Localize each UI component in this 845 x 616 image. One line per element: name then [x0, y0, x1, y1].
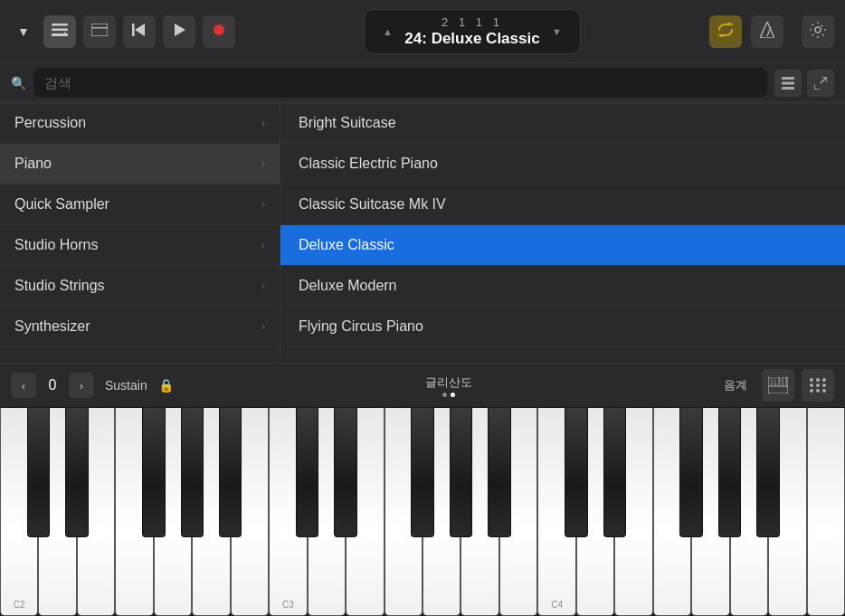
- black-key-17[interactable]: [679, 408, 702, 537]
- category-item-studio-strings[interactable]: Studio Strings›: [0, 266, 280, 307]
- expand-btn[interactable]: [807, 70, 834, 97]
- chevron-right-icon: ›: [261, 198, 265, 211]
- search-input[interactable]: [33, 68, 767, 98]
- octave-right-btn[interactable]: ›: [69, 373, 94, 398]
- window-btn[interactable]: [83, 15, 116, 48]
- svg-rect-12: [782, 81, 794, 84]
- black-key-18[interactable]: [718, 408, 741, 537]
- toolbar-left: ▼: [11, 15, 235, 48]
- svg-rect-23: [774, 377, 776, 383]
- keyboard-view-btn[interactable]: [762, 369, 794, 402]
- tray-btn[interactable]: [43, 15, 76, 48]
- search-right-icons: [774, 70, 834, 97]
- loop-icon: [717, 23, 734, 41]
- black-key-19[interactable]: [756, 408, 779, 537]
- preset-item-deluxe-modern[interactable]: Deluxe Modern: [280, 266, 845, 307]
- svg-rect-0: [52, 24, 68, 26]
- preset-list: Bright SuitcaseClassic Electric PianoCla…: [280, 103, 845, 363]
- record-btn[interactable]: [203, 15, 235, 48]
- metronome-btn[interactable]: [751, 15, 783, 48]
- chevron-left-icon: ‹: [22, 379, 25, 393]
- rewind-btn[interactable]: [123, 15, 156, 48]
- svg-rect-24: [780, 377, 783, 383]
- svg-point-29: [816, 384, 820, 387]
- category-label: Studio Strings: [14, 278, 105, 294]
- glissando-area: 글리산도: [181, 374, 717, 397]
- svg-point-28: [810, 384, 813, 387]
- category-label: Studio Horns: [14, 237, 99, 253]
- preset-item-bright-suitcase[interactable]: Bright Suitcase: [280, 103, 845, 144]
- category-item-piano[interactable]: Piano›: [0, 144, 280, 185]
- black-key-14[interactable]: [565, 408, 587, 537]
- category-label: Quick Sampler: [14, 196, 109, 213]
- scale-label: 음계: [724, 377, 747, 393]
- svg-point-33: [822, 389, 826, 393]
- main-content: Percussion›Piano›Quick Sampler›Studio Ho…: [0, 103, 845, 363]
- lock-icon: 🔒: [158, 378, 174, 393]
- preset-label: Flying Circus Piano: [299, 318, 423, 335]
- category-item-studio-horns[interactable]: Studio Horns›: [0, 225, 280, 266]
- white-key-21[interactable]: [807, 408, 845, 616]
- transport-up-arrow[interactable]: ▲: [383, 26, 393, 37]
- transport-center: ▲ 2 1 1 1 24: Deluxe Classic ▼: [242, 9, 702, 54]
- preset-item-deluxe-classic[interactable]: Deluxe Classic: [280, 225, 845, 266]
- black-key-5[interactable]: [219, 408, 242, 537]
- black-key-0[interactable]: [27, 408, 50, 537]
- tray-icon: [52, 24, 68, 40]
- black-key-3[interactable]: [142, 408, 165, 537]
- black-key-8[interactable]: [334, 408, 356, 537]
- chevron-right-icon: ›: [261, 320, 265, 333]
- black-key-1[interactable]: [65, 408, 88, 537]
- preset-label: Bright Suitcase: [299, 115, 396, 131]
- black-key-11[interactable]: [450, 408, 472, 537]
- svg-point-7: [214, 24, 224, 35]
- piano-keys: C2C3C4: [0, 408, 845, 616]
- category-item-percussion[interactable]: Percussion›: [0, 103, 280, 144]
- bottom-controls: ‹ 0 › Sustain 🔒 글리산도 음계: [0, 363, 845, 408]
- category-item-quick-sampler[interactable]: Quick Sampler›: [0, 185, 280, 225]
- transport-down-arrow[interactable]: ▼: [552, 26, 562, 37]
- play-btn[interactable]: [163, 15, 195, 48]
- loop-btn[interactable]: [709, 15, 742, 48]
- transport-dropdown[interactable]: ▲ 2 1 1 1 24: Deluxe Classic ▼: [364, 9, 581, 54]
- chevron-right-icon: ›: [261, 157, 265, 170]
- preset-item-classic-suitcase[interactable]: Classic Suitcase Mk IV: [280, 185, 845, 225]
- list-view-btn[interactable]: [774, 70, 802, 97]
- dots-view-btn[interactable]: [802, 369, 834, 402]
- svg-point-26: [816, 378, 820, 382]
- octave-left-btn[interactable]: ‹: [11, 373, 36, 398]
- preset-item-classic-electric[interactable]: Classic Electric Piano: [280, 144, 845, 185]
- svg-rect-13: [782, 87, 794, 90]
- record-icon: [213, 24, 225, 40]
- svg-rect-4: [132, 24, 135, 36]
- black-key-10[interactable]: [411, 408, 433, 537]
- dot-2: [451, 393, 455, 397]
- black-key-15[interactable]: [603, 408, 626, 537]
- svg-point-32: [816, 389, 820, 393]
- settings-btn[interactable]: [802, 15, 834, 48]
- svg-rect-11: [782, 77, 794, 80]
- preset-item-flying-circus[interactable]: Flying Circus Piano: [280, 307, 845, 347]
- svg-rect-2: [91, 24, 108, 36]
- dropdown-arrow-btn[interactable]: ▼: [11, 19, 36, 44]
- svg-point-27: [822, 378, 826, 382]
- black-key-12[interactable]: [488, 408, 510, 537]
- note-label-c4: C4: [551, 600, 563, 610]
- rewind-icon: [132, 24, 147, 40]
- toolbar: ▼: [0, 0, 845, 63]
- svg-marker-5: [135, 24, 145, 36]
- svg-point-25: [810, 378, 813, 382]
- black-key-7[interactable]: [296, 408, 318, 537]
- chevron-right-icon: ›: [261, 117, 265, 129]
- glissando-dots: [442, 393, 455, 397]
- category-item-synthesizer[interactable]: Synthesizer›: [0, 307, 280, 347]
- search-bar: 🔍: [0, 63, 845, 103]
- chevron-right-icon: ›: [261, 239, 265, 251]
- svg-point-10: [815, 27, 821, 33]
- note-label-c2: C2: [14, 600, 25, 610]
- black-key-4[interactable]: [181, 408, 204, 537]
- sustain-label: Sustain: [105, 378, 147, 393]
- octave-number: 0: [43, 377, 62, 393]
- search-icon: 🔍: [11, 76, 26, 90]
- preset-label: Classic Suitcase Mk IV: [299, 196, 446, 213]
